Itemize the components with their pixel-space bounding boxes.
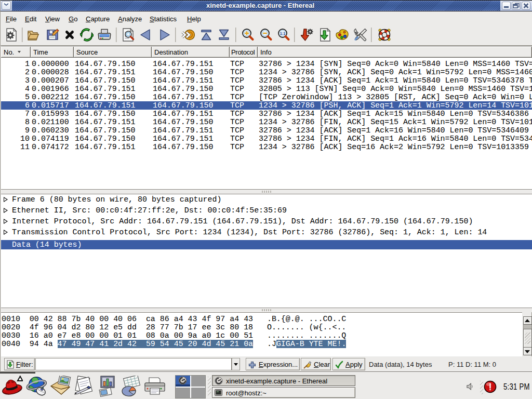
svg-text:1:1: 1:1: [280, 32, 285, 35]
